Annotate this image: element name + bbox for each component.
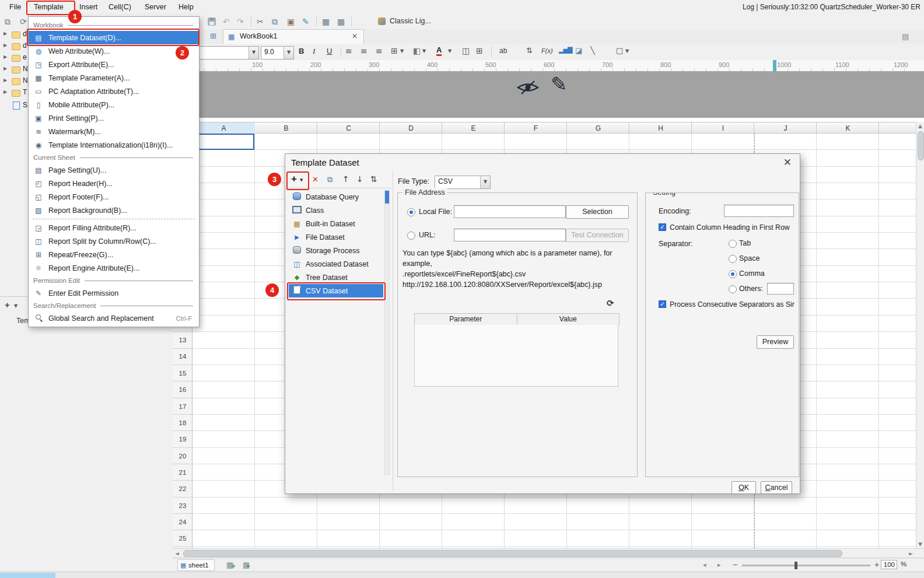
font-color-icon[interactable]: A [436,45,442,56]
contain-heading-checkbox[interactable] [659,223,666,231]
menu-item-template-dataset[interactable]: ▤Template Dataset(D)... [29,31,199,44]
format-painter-icon[interactable]: ✎ [302,16,309,27]
formula-icon[interactable]: F(x) [541,47,553,54]
menu-item-report-background[interactable]: ▨Report Background(B)... [29,204,199,217]
row-header[interactable]: 19 [173,431,192,447]
menu-item-template-parameter[interactable]: ▦Template Parameter(A)... [29,71,199,85]
encoding-input[interactable] [724,205,794,217]
column-header[interactable]: C [317,122,380,134]
chevron-down-icon[interactable]: ▼ [249,47,258,59]
chevron-down-icon[interactable]: ▼ [480,176,490,188]
zoom-in-button[interactable]: + [874,560,879,569]
preview-button[interactable]: Preview [757,335,794,349]
cancel-button[interactable]: Cancel [761,481,792,494]
menu-item-report-filling[interactable]: ◲Report Filling Attribute(R)... [29,221,199,234]
list-item-database-query[interactable]: Database Query [289,190,383,204]
list-item-built-in-dataset[interactable]: ▦Built-in Dataset [289,217,383,230]
row-header[interactable]: 21 [173,464,192,481]
local-file-input[interactable] [454,205,566,218]
row-header[interactable]: 16 [173,381,192,398]
tab-workbook1[interactable]: ▦ WorkBook1 ✕ [223,29,364,44]
separator-space-radio[interactable] [729,255,737,263]
italic-button[interactable]: I [313,47,315,56]
row-header[interactable]: 15 [173,365,192,381]
bold-button[interactable]: B [299,47,304,55]
zoom-slider-track[interactable] [742,565,870,566]
menu-server[interactable]: Server [145,0,166,14]
new-window-icon[interactable]: ⧉ [5,17,10,27]
column-header[interactable]: I [692,122,754,134]
menu-item-i18n[interactable]: ◉Template Internationalization(i18n)(I).… [29,138,199,152]
sort-icon[interactable]: ⇅ [370,174,377,184]
style-scheme-icon[interactable] [378,17,386,25]
redo-icon[interactable]: ↷ [237,16,244,27]
list-item-csv-dataset[interactable]: CSV Dataset [289,284,383,297]
expand-arrow-icon[interactable]: ▶ [4,43,7,48]
zoom-slider-thumb[interactable] [794,562,797,569]
scroll-up-icon[interactable]: ▲ [918,123,922,129]
copy-dataset-icon[interactable]: ⧉ [327,175,332,184]
zoom-value-input[interactable]: 100 [881,560,897,569]
row-header[interactable]: 24 [173,514,192,530]
menu-item-repeat-freeze[interactable]: ⊞Repeat/Freeze(G)... [29,248,199,261]
menu-item-page-setting[interactable]: ▤Page Setting(U)... [29,163,199,177]
expand-arrow-icon[interactable]: ▶ [4,89,7,94]
chevron-down-icon[interactable]: ▼ [625,48,629,54]
list-item-file-dataset[interactable]: ▶File Dataset [289,230,383,244]
menu-item-watermark[interactable]: ≋Watermark(M)... [29,125,199,138]
row-header[interactable]: 23 [173,498,192,514]
url-radio[interactable] [407,232,415,240]
menu-cell[interactable]: Cell(C) [108,0,131,14]
column-header-a[interactable]: A [192,122,255,134]
row-header[interactable]: 14 [173,348,192,365]
menu-template[interactable]: Template [34,0,64,14]
file-type-select[interactable]: CSV ▼ [435,176,491,189]
list-item-tree-dataset[interactable]: ◆Tree Dataset [289,271,383,284]
chevron-down-icon[interactable]: ▼ [284,47,293,59]
separator-tab-radio[interactable] [729,240,737,248]
column-header[interactable]: E [442,122,505,134]
dialog-close-icon[interactable]: ✕ [783,156,792,168]
menu-item-report-engine[interactable]: ☼Report Engine Attribute(E)... [29,261,199,275]
font-size-select[interactable]: 9.0 ▼ [261,46,294,59]
add-dataset-dropdown-icon[interactable]: ▼ [300,178,303,183]
separator-comma-radio[interactable] [729,270,737,278]
shape-icon[interactable]: □ [616,46,623,55]
local-file-radio[interactable] [407,208,415,216]
column-header[interactable]: H [629,122,692,134]
column-header[interactable]: K [817,122,879,134]
process-consecutive-checkbox[interactable] [659,300,666,308]
workbook-grid-icon[interactable]: ⊞ [210,31,216,40]
expand-arrow-icon[interactable]: ▶ [4,31,7,36]
menu-file[interactable]: File [9,0,21,14]
url-input[interactable] [454,229,566,241]
paste-icon[interactable]: ▣ [287,16,295,27]
hidden-eye-icon[interactable] [516,79,540,96]
refresh-parameters-icon[interactable]: ⟳ [607,298,614,309]
menu-insert[interactable]: Insert [79,0,97,14]
save-icon[interactable] [208,17,216,26]
borders-icon[interactable]: ⊞ [391,46,398,55]
menu-item-report-header[interactable]: ◰Report Header(H)... [29,177,199,190]
menu-item-report-split[interactable]: ◫Report Split by Column/Row(C)... [29,234,199,248]
expand-arrow-icon[interactable]: ▶ [4,78,7,83]
menu-item-print-setting[interactable]: ▣Print Setting(P)... [29,111,199,125]
report-block-icon[interactable]: ▦ [337,16,345,27]
fill-color-icon[interactable]: ◧ [413,46,421,55]
move-up-icon[interactable]: ↑ [342,174,349,184]
report-widget-icon[interactable]: ▦ [322,16,330,27]
test-connection-button[interactable]: Test Connection [566,229,629,242]
edit-pencil-icon[interactable]: ✎ [551,72,568,96]
row-header[interactable]: 13 [173,332,192,348]
vertical-align-icon[interactable]: ⇅ [526,46,533,55]
zoom-out-button[interactable]: − [733,560,737,569]
move-down-icon[interactable]: ↓ [356,174,363,184]
next-sheet-icon[interactable]: ▸ [718,561,721,569]
unmerge-cells-icon[interactable]: ⊞ [476,46,483,55]
line-icon[interactable]: ╲ [590,46,595,55]
expand-arrow-icon[interactable]: ▶ [4,66,7,71]
row-header[interactable]: 25 [173,530,192,547]
scroll-down-icon[interactable]: ▼ [918,541,922,547]
menu-help[interactable]: Help [178,0,194,14]
add-dropdown-icon[interactable]: ▼ [14,303,18,309]
